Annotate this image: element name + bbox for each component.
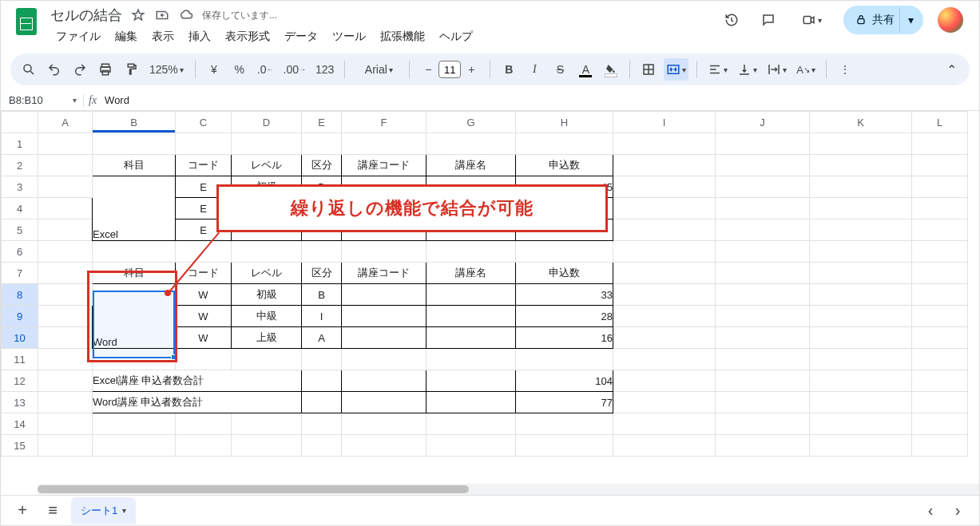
cell[interactable]: W bbox=[176, 327, 232, 349]
cell[interactable]: レベル bbox=[232, 263, 302, 284]
scrollbar-thumb[interactable] bbox=[38, 485, 469, 493]
decrease-decimal-button[interactable]: .0← bbox=[255, 58, 276, 81]
col-header-K[interactable]: K bbox=[810, 112, 912, 133]
star-icon[interactable] bbox=[130, 7, 146, 23]
sheet-tab-1[interactable]: シート1 ▾ bbox=[71, 497, 136, 524]
menu-insert[interactable]: 挿入 bbox=[183, 26, 216, 47]
select-all-corner[interactable] bbox=[2, 112, 38, 133]
font-size-decrease[interactable]: − bbox=[418, 58, 438, 81]
percent-button[interactable]: % bbox=[229, 58, 250, 81]
cell[interactable] bbox=[342, 327, 427, 349]
cell[interactable]: 104 bbox=[516, 370, 613, 392]
row-header-5[interactable]: 5 bbox=[2, 219, 38, 241]
col-header-I[interactable]: I bbox=[613, 112, 716, 133]
cell-merged-word[interactable]: Word bbox=[93, 284, 176, 349]
cell[interactable]: 33 bbox=[516, 284, 613, 306]
cell[interactable] bbox=[302, 392, 342, 413]
font-size-increase[interactable]: + bbox=[461, 58, 482, 81]
cell[interactable]: 初級 bbox=[232, 284, 302, 306]
font-select[interactable]: Arial▾ bbox=[353, 58, 401, 81]
col-header-D[interactable]: D bbox=[232, 112, 302, 133]
cell[interactable]: 講座名 bbox=[427, 263, 516, 284]
col-header-C[interactable]: C bbox=[176, 112, 232, 133]
tab-scroll-left[interactable]: ‹ bbox=[919, 500, 942, 522]
meet-icon[interactable]: ▾ bbox=[794, 9, 829, 31]
cell[interactable]: コード bbox=[176, 155, 232, 176]
cell[interactable]: Excel講座 申込者数合計 bbox=[93, 370, 302, 392]
cell[interactable]: 77 bbox=[516, 392, 613, 413]
undo-button[interactable] bbox=[44, 58, 65, 81]
cell[interactable]: 講座コード bbox=[342, 155, 427, 176]
cell[interactable] bbox=[427, 327, 516, 349]
menu-ext[interactable]: 拡張機能 bbox=[375, 26, 430, 47]
cell[interactable]: 上級 bbox=[232, 327, 302, 349]
row-header-10[interactable]: 10 bbox=[2, 327, 38, 349]
menu-file[interactable]: ファイル bbox=[50, 26, 106, 47]
cell[interactable] bbox=[427, 284, 516, 306]
cell[interactable]: 講座コード bbox=[342, 263, 427, 284]
cell[interactable]: 中級 bbox=[232, 306, 302, 327]
print-button[interactable] bbox=[95, 58, 116, 81]
row-header-13[interactable]: 13 bbox=[2, 392, 38, 413]
text-color-button[interactable]: A bbox=[575, 58, 596, 81]
sheets-logo[interactable] bbox=[10, 6, 42, 38]
cell[interactable] bbox=[427, 370, 516, 392]
zoom-select[interactable]: 125%▾ bbox=[146, 58, 187, 81]
cell[interactable]: 申込数 bbox=[516, 263, 613, 284]
cell[interactable]: 科目 bbox=[93, 155, 176, 176]
move-icon[interactable] bbox=[154, 7, 170, 23]
cell[interactable]: 講座名 bbox=[427, 155, 516, 176]
cell[interactable]: レベル bbox=[232, 155, 302, 176]
row-header-9[interactable]: 9 bbox=[2, 306, 38, 327]
row-header-15[interactable]: 15 bbox=[2, 435, 38, 457]
menu-data[interactable]: データ bbox=[279, 26, 323, 47]
share-button[interactable]: 共有 ▾ bbox=[843, 6, 923, 34]
col-header-J[interactable]: J bbox=[716, 112, 810, 133]
row-header-1[interactable]: 1 bbox=[2, 133, 38, 155]
share-dropdown[interactable]: ▾ bbox=[899, 7, 922, 33]
menu-help[interactable]: ヘルプ bbox=[434, 26, 478, 47]
strikethrough-button[interactable]: S bbox=[550, 58, 570, 81]
spreadsheet-grid[interactable]: A B C D E F G H I J K L 1 2 科目 コード レベル 区… bbox=[1, 111, 968, 457]
cell[interactable]: W bbox=[176, 306, 232, 327]
col-header-G[interactable]: G bbox=[427, 112, 516, 133]
cell[interactable]: 区分 bbox=[302, 263, 342, 284]
rotate-button[interactable]: A↘▾ bbox=[794, 58, 818, 81]
col-header-A[interactable]: A bbox=[38, 112, 93, 133]
paint-format-button[interactable] bbox=[121, 58, 141, 81]
cell[interactable]: 16 bbox=[516, 327, 613, 349]
redo-button[interactable] bbox=[69, 58, 90, 81]
more-formats-button[interactable]: 123 bbox=[313, 58, 336, 81]
bold-button[interactable]: B bbox=[498, 58, 519, 81]
comments-icon[interactable] bbox=[757, 9, 780, 31]
cell[interactable] bbox=[427, 306, 516, 327]
tab-scroll-right[interactable]: › bbox=[946, 500, 970, 522]
doc-title[interactable]: セルの結合 bbox=[50, 6, 122, 25]
col-header-H[interactable]: H bbox=[516, 112, 613, 133]
history-icon[interactable] bbox=[720, 9, 743, 31]
row-header-3[interactable]: 3 bbox=[2, 176, 38, 198]
cell[interactable]: W bbox=[176, 284, 232, 306]
menu-edit[interactable]: 編集 bbox=[109, 26, 143, 47]
row-header-12[interactable]: 12 bbox=[2, 370, 38, 392]
name-box[interactable]: B8:B10 bbox=[9, 94, 66, 106]
menu-format[interactable]: 表示形式 bbox=[220, 26, 276, 47]
row-header-14[interactable]: 14 bbox=[2, 413, 38, 435]
row-header-7[interactable]: 7 bbox=[2, 263, 38, 284]
cell[interactable]: 申込数 bbox=[516, 155, 613, 176]
increase-decimal-button[interactable]: .00→ bbox=[281, 58, 308, 81]
sheet-tab-dropdown-icon[interactable]: ▾ bbox=[122, 506, 126, 515]
cell[interactable]: Excel bbox=[93, 176, 176, 241]
cell[interactable] bbox=[342, 370, 427, 392]
name-box-dropdown[interactable]: ▾ bbox=[66, 96, 83, 105]
col-header-F[interactable]: F bbox=[342, 112, 427, 133]
add-sheet-button[interactable]: + bbox=[10, 500, 34, 522]
h-align-button[interactable]: ▾ bbox=[705, 58, 730, 81]
wrap-button[interactable]: ▾ bbox=[764, 58, 789, 81]
cell[interactable]: 科目 bbox=[93, 263, 176, 284]
cell[interactable]: I bbox=[302, 306, 342, 327]
cell[interactable]: A bbox=[302, 327, 342, 349]
v-align-button[interactable]: ▾ bbox=[735, 58, 760, 81]
row-header-11[interactable]: 11 bbox=[2, 349, 38, 370]
cell[interactable]: Word講座 申込者数合計 bbox=[93, 392, 302, 413]
